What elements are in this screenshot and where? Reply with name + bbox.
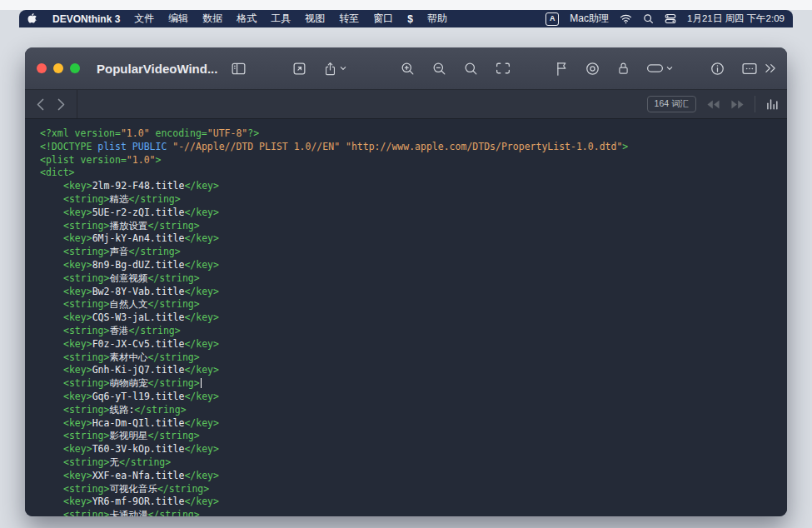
menu-item-1[interactable]: 文件 — [134, 12, 154, 26]
menubar-clock[interactable]: 1月21日 周四 下午2:09 — [687, 12, 785, 25]
minimize-window-button[interactable] — [53, 63, 63, 73]
zoom-out-icon[interactable] — [431, 61, 447, 77]
app-menu[interactable]: DEVONthink 3 — [52, 13, 120, 25]
chevron-down-icon — [666, 66, 673, 71]
zoom-reset-icon[interactable] — [463, 61, 479, 77]
zoom-in-icon[interactable] — [400, 61, 416, 77]
sidebar-toggle-icon[interactable] — [231, 62, 247, 76]
code-line: <string>无</string> — [40, 456, 787, 470]
lock-icon[interactable] — [616, 61, 630, 77]
menu-item-4[interactable]: 格式 — [237, 12, 257, 26]
code-line: <!DOCTYPE plist PUBLIC "-//Apple//DTD PL… — [40, 141, 787, 154]
code-line: <string>播放设置</string> — [40, 220, 787, 233]
code-line: <string>卡通动漫</string> — [40, 509, 787, 516]
word-count-badge: 164 词汇 — [647, 96, 696, 112]
menu-item-7[interactable]: 转至 — [339, 12, 359, 26]
code-line: <dict> — [40, 167, 787, 180]
zoom-window-button[interactable] — [70, 63, 80, 73]
share-control[interactable] — [323, 61, 346, 77]
code-line: <string>创意视频</string> — [40, 272, 787, 286]
window-titlebar: PopularVideoWind... — [25, 47, 787, 90]
menu-item-8[interactable]: 窗口 — [373, 12, 393, 26]
code-line: <key>CQS-W3-jaL.title</key> — [40, 311, 787, 325]
annotation-icon[interactable] — [741, 62, 758, 76]
input-source-icon[interactable]: A — [545, 12, 559, 26]
text-caret — [201, 378, 202, 388]
code-line: <string>精选</string> — [40, 193, 787, 207]
chevron-down-icon — [340, 66, 346, 71]
code-line: <key>5UE-r2-zQI.title</key> — [40, 207, 787, 220]
code-line: <string>香港</string> — [40, 325, 787, 338]
code-line: <key>Gq6-yT-l19.title</key> — [40, 391, 787, 404]
code-line: <string>线路:</string> — [40, 404, 787, 417]
navbar-separator — [755, 96, 755, 112]
toolbar-group-mark — [555, 47, 673, 89]
capsule-control[interactable] — [646, 63, 673, 73]
code-line: <string>萌物萌宠</string> — [40, 377, 787, 391]
code-line: <plist version="1.0"> — [40, 154, 787, 167]
code-line: <key>6Mj-kY-An4.title</key> — [40, 232, 787, 246]
code-line: <string>可视化音乐</string> — [40, 483, 787, 496]
code-line: <key>Bw2-8Y-Vab.title</key> — [40, 286, 787, 299]
code-line: <key>F0z-JX-Cv5.title</key> — [40, 338, 787, 351]
capsule-icon[interactable] — [646, 63, 664, 73]
back-button[interactable] — [37, 98, 44, 111]
control-center-icon[interactable] — [665, 13, 676, 24]
concordance-bars-icon[interactable] — [765, 97, 779, 111]
code-line: <key>XXF-ea-Nfa.title</key> — [40, 470, 787, 483]
toolbar-overflow-icon[interactable] — [764, 47, 777, 89]
fit-selection-icon[interactable] — [495, 61, 511, 76]
code-line: <key>YR6-mf-9OR.title</key> — [40, 496, 787, 509]
code-line: <key>T60-3V-kOp.title</key> — [40, 443, 787, 456]
code-line: <string>影视明星</string> — [40, 430, 787, 443]
menu-item-2[interactable]: 编辑 — [168, 12, 188, 26]
code-line: <key>Hca-Dm-QIl.title</key> — [40, 417, 787, 431]
close-window-button[interactable] — [37, 63, 47, 73]
code-editor[interactable]: <?xml version="1.0" encoding="UTF-8"?><!… — [25, 119, 787, 516]
open-external-icon[interactable] — [291, 61, 307, 77]
menu-items: 文件编辑数据格式工具视图转至窗口 — [134, 12, 393, 26]
screen-top-strip — [0, 0, 812, 10]
menu-item-help[interactable]: 帮助 — [427, 12, 447, 26]
assistant-menu-label[interactable]: Mac助理 — [570, 12, 609, 26]
code-line: <key>Gnh-Ki-jQ7.title</key> — [40, 364, 787, 377]
devonthink-window: PopularVideoWind... — [25, 47, 787, 516]
wifi-icon[interactable] — [620, 14, 632, 24]
flag-icon[interactable] — [555, 61, 569, 77]
search-icon[interactable] — [643, 13, 654, 24]
code-line: <key>2lm-92-F48.title</key> — [40, 180, 787, 193]
skip-back-icon[interactable] — [706, 99, 720, 110]
code-line: <string>素材中心</string> — [40, 351, 787, 365]
code-line: <string>声音</string> — [40, 246, 787, 259]
navbar-divider — [77, 90, 77, 118]
target-icon[interactable] — [585, 61, 600, 77]
code-line: <string>自然人文</string> — [40, 298, 787, 311]
window-title: PopularVideoWind... — [97, 62, 217, 76]
share-icon[interactable] — [323, 61, 337, 77]
toolbar-group-open-share — [291, 47, 346, 89]
menu-item-5[interactable]: 工具 — [271, 12, 291, 26]
menu-item-6[interactable]: 视图 — [305, 12, 325, 26]
toolbar-group-zoom — [400, 47, 511, 89]
forward-button[interactable] — [57, 98, 65, 111]
code-line: <key>8n9-Bg-dUZ.title</key> — [40, 259, 787, 272]
toolbar-group-info — [710, 47, 758, 89]
menu-bar: DEVONthink 3 文件编辑数据格式工具视图转至窗口 $ 帮助 A Mac… — [19, 10, 793, 27]
menu-item-3[interactable]: 数据 — [202, 12, 222, 26]
skip-forward-icon[interactable] — [730, 99, 745, 110]
apple-menu-icon[interactable] — [27, 12, 38, 25]
script-menu-icon[interactable]: $ — [407, 13, 413, 25]
info-icon[interactable] — [710, 61, 725, 77]
code-line: <?xml version="1.0" encoding="UTF-8"?> — [40, 127, 787, 141]
navigation-bar: 164 词汇 — [25, 90, 787, 119]
